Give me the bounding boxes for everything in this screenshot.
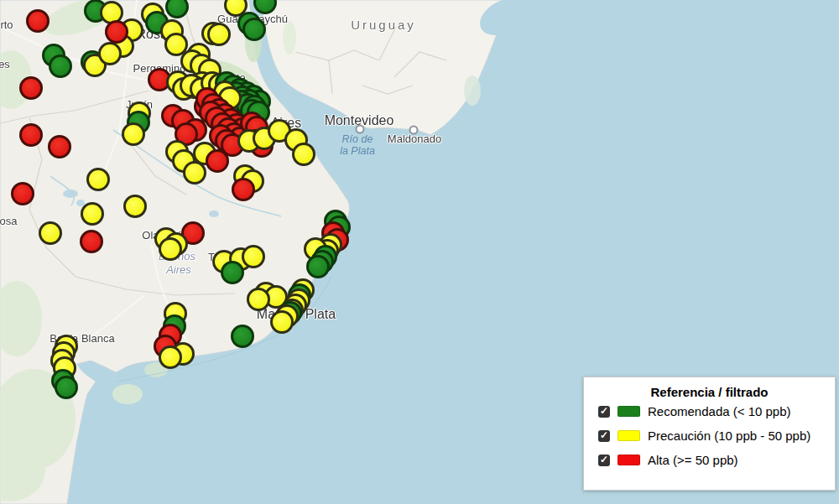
legend-rows: Recomendada (< 10 ppb)Precaución (10 ppb… <box>584 399 835 472</box>
marker-green[interactable] <box>306 255 330 278</box>
marker-green[interactable] <box>221 261 244 284</box>
legend-item-label: Precaución (10 ppb - 50 ppb) <box>648 429 810 443</box>
marker-yellow[interactable] <box>159 346 182 369</box>
legend-item-label: Recomendada (< 10 ppb) <box>648 404 791 418</box>
marker-green[interactable] <box>231 325 254 348</box>
marker-yellow[interactable] <box>81 202 104 226</box>
marker-red[interactable] <box>19 76 43 100</box>
marker-red[interactable] <box>26 9 50 33</box>
legend-checkbox-recomendada[interactable] <box>598 406 610 418</box>
legend-item-recomendada: Recomendada (< 10 ppb) <box>598 399 835 423</box>
legend-item-label: Alta (>= 50 ppb) <box>648 453 738 467</box>
map-label-rio-de-la-plata-2: la Plata <box>340 145 375 157</box>
marker-yellow[interactable] <box>159 237 182 261</box>
map-label-partial-city-rto: rto <box>0 18 13 31</box>
legend-color-swatch <box>618 455 640 465</box>
maldonado-dot <box>409 126 419 135</box>
map-label-rio-de-la-plata-1: Río de <box>342 133 373 145</box>
marker-red[interactable] <box>105 20 128 44</box>
marker-yellow[interactable] <box>270 310 294 334</box>
marker-red[interactable] <box>80 230 103 253</box>
marker-red[interactable] <box>19 123 43 147</box>
marker-red[interactable] <box>11 182 34 205</box>
marker-yellow[interactable] <box>292 143 315 166</box>
marker-green[interactable] <box>242 18 266 41</box>
marker-green[interactable] <box>55 376 78 399</box>
map-label-buenos-aires-prov-2: Aires <box>166 263 191 276</box>
marker-red[interactable] <box>232 178 255 201</box>
legend-item-alta: Alta (>= 50 ppb) <box>598 448 835 472</box>
marker-yellow[interactable] <box>86 168 110 191</box>
marker-red[interactable] <box>206 149 229 173</box>
legend: Referencia / filtrado Recomendada (< 10 … <box>583 377 836 491</box>
legend-color-swatch <box>618 430 640 441</box>
legend-title: Referencia / filtrado <box>584 385 835 399</box>
legend-item-precaucion: Precaución (10 ppb - 50 ppb) <box>598 423 835 448</box>
marker-yellow[interactable] <box>207 23 231 46</box>
marker-yellow[interactable] <box>247 288 270 311</box>
map-label-partial-city-osa: osa <box>0 215 17 227</box>
legend-checkbox-alta[interactable] <box>598 455 610 466</box>
legend-checkbox-precaucion[interactable] <box>598 430 610 442</box>
marker-yellow[interactable] <box>122 122 145 146</box>
marker-green[interactable] <box>49 55 72 78</box>
map-label-uruguay: Uruguay <box>351 18 416 32</box>
marker-red[interactable] <box>48 135 71 158</box>
marker-yellow[interactable] <box>183 161 206 184</box>
marker-yellow[interactable] <box>98 42 122 65</box>
legend-color-swatch <box>618 406 640 417</box>
montevideo-dot <box>356 125 365 134</box>
marker-yellow[interactable] <box>123 195 147 218</box>
marker-yellow[interactable] <box>39 221 62 245</box>
map-canvas[interactable]: Referencia / filtrado Recomendada (< 10 … <box>0 0 839 504</box>
marker-yellow[interactable] <box>242 245 265 268</box>
map-label-partial-city-es: es <box>0 58 10 70</box>
